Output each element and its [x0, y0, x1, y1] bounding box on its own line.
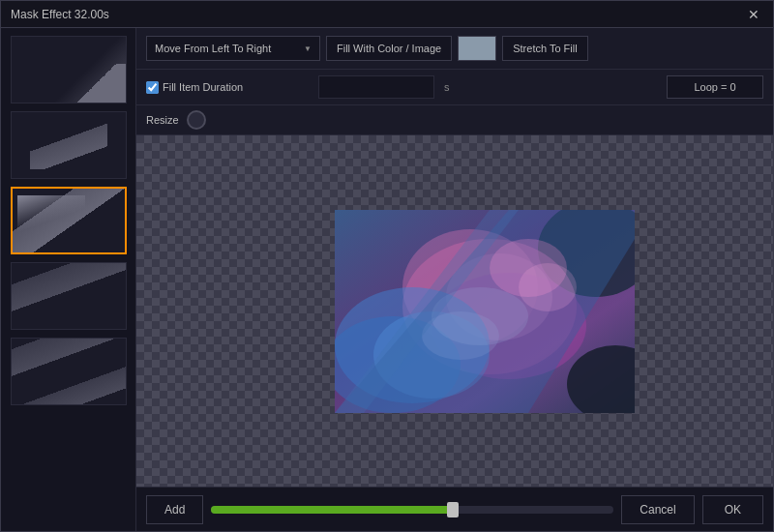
sidebar-item-1[interactable] — [11, 36, 127, 103]
controls-bar-1: Move From Left To Right ▼ Fill With Colo… — [136, 28, 773, 70]
progress-thumb[interactable] — [447, 502, 459, 517]
duration-field: Duration = 1.0 — [318, 75, 434, 99]
ok-button[interactable]: OK — [702, 495, 763, 524]
preview-image — [335, 210, 635, 413]
dropdown-arrow-icon: ▼ — [304, 44, 312, 53]
progress-bar-container[interactable] — [211, 506, 613, 514]
color-swatch[interactable] — [458, 36, 496, 61]
loop-button[interactable]: Loop = 0 — [667, 75, 763, 99]
sidebar — [1, 28, 136, 531]
svg-point-16 — [519, 263, 577, 311]
title-bar: Mask Effect 32.00s ✕ — [1, 1, 773, 28]
fill-color-image-button[interactable]: Fill With Color / Image — [326, 36, 452, 61]
mask-effect-window: Mask Effect 32.00s ✕ Move From Left To R… — [0, 0, 774, 532]
sidebar-item-4[interactable] — [11, 262, 127, 330]
close-button[interactable]: ✕ — [744, 7, 763, 22]
resize-label: Resize — [146, 114, 179, 126]
sidebar-item-5[interactable] — [11, 338, 127, 405]
stretch-to-fill-button[interactable]: Stretch To Fill — [502, 36, 587, 61]
cancel-button[interactable]: Cancel — [621, 495, 694, 524]
add-button[interactable]: Add — [146, 495, 203, 524]
fill-item-duration-checkbox-label[interactable]: Fill Item Duration — [146, 81, 311, 94]
move-direction-dropdown[interactable]: Move From Left To Right ▼ — [146, 36, 320, 61]
fill-item-duration-checkbox[interactable] — [146, 81, 159, 94]
fill-item-duration-label: Fill Item Duration — [163, 81, 243, 93]
right-panel: Move From Left To Right ▼ Fill With Colo… — [136, 28, 773, 531]
preview-svg — [335, 210, 635, 413]
window-title: Mask Effect 32.00s — [11, 8, 109, 21]
main-content: Move From Left To Right ▼ Fill With Colo… — [1, 28, 773, 531]
move-direction-label: Move From Left To Right — [155, 43, 271, 54]
preview-canvas — [136, 135, 773, 487]
controls-bar-2: Fill Item Duration Duration = 1.0 s Loop… — [136, 70, 773, 105]
preview-area — [136, 135, 773, 487]
bottom-bar: Add Cancel OK — [136, 487, 773, 531]
controls-bar-3: Resize — [136, 105, 773, 135]
sidebar-item-2[interactable] — [11, 111, 127, 179]
resize-toggle[interactable] — [187, 110, 206, 130]
duration-unit: s — [444, 81, 450, 93]
progress-bar-fill — [211, 506, 453, 514]
sidebar-item-3[interactable] — [11, 187, 127, 254]
